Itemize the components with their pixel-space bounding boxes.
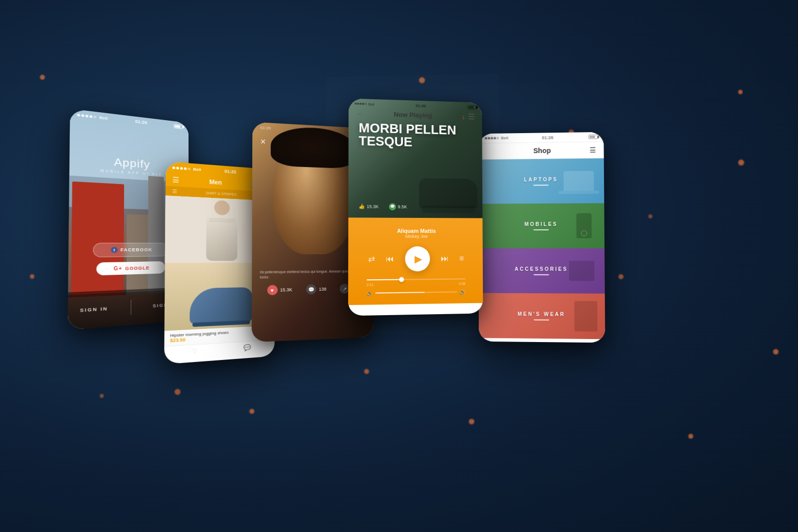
category-label-accessories: ACCESSORIES — [515, 266, 568, 272]
comment-icon: 💬 — [306, 284, 316, 295]
artist-name: Mickey Joe — [358, 233, 474, 238]
volume-fill — [375, 292, 424, 293]
carrier-label: Bell — [501, 136, 509, 140]
battery-fill — [468, 106, 474, 108]
progress-thumb[interactable] — [399, 277, 404, 282]
comment-icon: 💬 — [389, 203, 396, 210]
comment-icon[interactable]: 💬 — [243, 344, 251, 352]
category-menswear[interactable]: MEN'S WEAR — [479, 293, 605, 340]
man-figure-container: stripes shirt combo — [206, 199, 237, 261]
category-label-container: ACCESSORIES — [515, 266, 568, 275]
volume-high-icon: 🔊 — [459, 289, 465, 295]
volume-control: 🔈 🔊 — [358, 289, 474, 299]
mobile-image — [577, 213, 592, 238]
comments-count: 138 — [319, 287, 326, 292]
category-label-container: LAPTOPS — [524, 177, 558, 185]
google-icon: G+ — [114, 266, 123, 272]
progress-area: 2:11 4:28 — [358, 278, 474, 291]
laptop-image — [564, 171, 594, 191]
signal-dot — [355, 103, 357, 105]
close-button[interactable]: × — [260, 137, 266, 148]
download-icon[interactable]: ↓ — [462, 113, 465, 121]
battery-fill — [590, 136, 595, 138]
signal-dot — [77, 113, 80, 116]
time-label: 01:25 — [224, 169, 236, 175]
man-body — [206, 215, 237, 261]
man-head — [214, 200, 230, 215]
shop-nav: Shop ☰ — [479, 142, 604, 160]
song-artist: Aliquam Mattis — [358, 227, 474, 233]
category-mobiles[interactable]: MOBILES — [479, 203, 604, 248]
play-icon: ▶ — [414, 253, 422, 265]
total-time: 4:28 — [459, 282, 465, 285]
volume-bar[interactable] — [375, 291, 457, 293]
likes-stat: ♥ 15.3K — [267, 285, 292, 295]
category-laptops[interactable]: LAPTOPS — [479, 159, 604, 204]
signin-label[interactable]: SIGN IN — [80, 306, 108, 313]
playback-controls: ⇄ ⏮ ▶ ⏭ ≡ — [358, 241, 474, 277]
building-tall — [148, 176, 164, 294]
album-art-section: Bell 01:26 ← Now Playing ↓ ☰ MORBI PELLE… — [348, 98, 482, 218]
equalizer-button[interactable]: ≡ — [459, 254, 464, 263]
carrier-label: Bell — [193, 167, 201, 172]
battery-fill — [175, 125, 181, 128]
clothing-image — [574, 301, 597, 332]
google-button[interactable]: G+ GOOGLE — [96, 261, 165, 276]
facebook-label: FACEBOOK — [121, 247, 153, 252]
signal-area: Bell — [485, 136, 508, 140]
signal-dot — [184, 167, 187, 170]
hamburger-icon: ☰ — [172, 176, 180, 184]
signal-dot — [360, 103, 362, 105]
accessory-image — [569, 261, 595, 281]
google-label: GOOGLE — [125, 265, 150, 271]
category-label-menswear: MEN'S WEAR — [518, 311, 566, 317]
divider — [131, 300, 131, 315]
play-button[interactable]: ▶ — [405, 246, 430, 271]
signal-dot — [491, 137, 493, 140]
menu-icon[interactable]: ☰ — [590, 146, 596, 154]
building-red — [71, 181, 124, 298]
facebook-button[interactable]: f FACEBOOK — [93, 243, 168, 257]
categories-list: LAPTOPS MOBILES ACCESSORIES — [479, 159, 605, 340]
engagement-bar: 👍 15.3K 💬 9.5K — [359, 203, 473, 211]
signal-dot — [173, 166, 176, 169]
signal-dot — [485, 137, 487, 140]
signal-area: Bell — [173, 165, 201, 172]
signal-dot — [497, 137, 499, 140]
category-label-container: MOBILES — [524, 221, 558, 230]
battery-indicator — [467, 105, 476, 109]
product-label: stripes shirt combo — [220, 262, 250, 263]
signal-dot — [494, 137, 496, 140]
mobile-button — [581, 230, 587, 236]
song-title-area: MORBI PELLEN TESQUE — [359, 121, 472, 150]
like-icon[interactable]: ♡ — [192, 348, 198, 355]
like-icon: 👍 — [359, 203, 365, 209]
facebook-icon: f — [111, 247, 118, 253]
time-label: 01:26 — [260, 125, 271, 130]
likes-count: 15.3K — [367, 204, 379, 209]
current-time: 2:11 — [367, 283, 374, 286]
battery-indicator — [174, 124, 183, 129]
menu-icon[interactable]: ☰ — [468, 112, 475, 122]
shuffle-button[interactable]: ⇄ — [368, 254, 375, 263]
category-underline — [534, 320, 549, 321]
category-underline — [534, 184, 549, 185]
category-label-container: MEN'S WEAR — [518, 311, 566, 321]
like-icon: ♥ — [267, 285, 277, 295]
forward-button[interactable]: ⏭ — [441, 254, 449, 263]
back-button[interactable]: ← — [356, 109, 363, 117]
likes-count: 15.3K — [280, 287, 292, 293]
signal-dot — [85, 114, 88, 117]
carrier-label: Bell — [99, 115, 108, 121]
filter-text: SHIRT & STRIPES — [206, 191, 236, 196]
category-underline — [534, 229, 549, 230]
shop-title: Shop — [533, 147, 551, 155]
carrier-label: Bell — [369, 102, 375, 106]
category-accessories[interactable]: ACCESSORIES — [479, 248, 605, 294]
rewind-button[interactable]: ⏮ — [386, 254, 394, 263]
signal-dot — [362, 103, 364, 105]
shoe-image — [190, 287, 252, 325]
time-label: 01:26 — [542, 135, 554, 140]
progress-bar[interactable] — [367, 278, 465, 280]
category-label-mobiles: MOBILES — [524, 221, 558, 227]
